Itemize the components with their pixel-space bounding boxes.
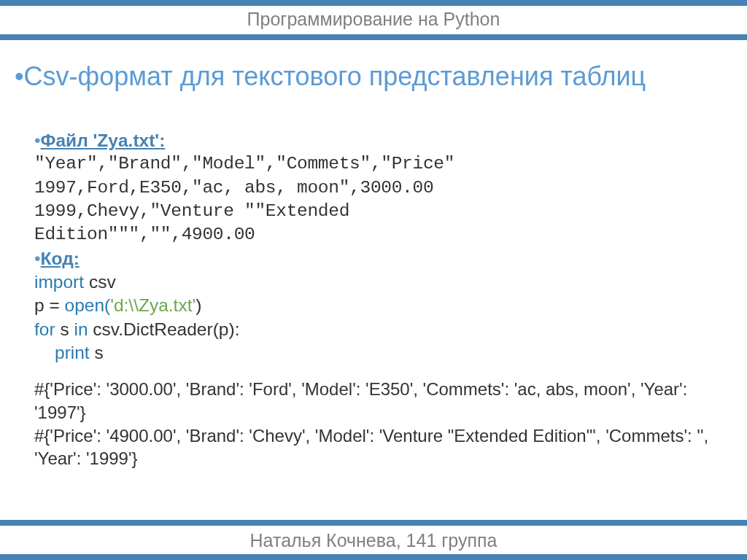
import-module: csv: [89, 272, 116, 292]
dictreader: csv.DictReader: [93, 319, 212, 339]
close-paren: ): [196, 295, 201, 315]
bottom-bar: [0, 554, 747, 560]
paren-open: (: [213, 319, 219, 339]
csv-content-line1: "Year","Brand","Model","Commets","Price": [34, 152, 725, 176]
output-line2: #{'Price': '4900.00', 'Brand': 'Chevy', …: [34, 424, 725, 470]
paren-close: ):: [228, 319, 239, 339]
csv-content-line3: 1999,Chevy,"Venture ""Extended: [34, 200, 725, 223]
print-arg: s: [94, 343, 103, 362]
dictreader-arg: p: [219, 319, 229, 339]
code-line-for: for s in csv.DictReader(p):: [34, 318, 725, 341]
file-bullet: •: [34, 131, 41, 150]
footer-text: Наталья Кочнева, 141 группа: [0, 530, 747, 551]
code-line-import: import csv: [34, 271, 725, 294]
csv-content-line4: Edition""","",4900.00: [34, 223, 725, 246]
footer-divider: [0, 520, 747, 526]
file-label: Файл 'Zya.txt':: [41, 131, 166, 150]
title-text: Csv-формат для текстового представления …: [24, 61, 646, 91]
header-title: Программирование на Python: [0, 9, 747, 30]
print-keyword: print: [55, 343, 94, 362]
title-bullet: •: [15, 61, 24, 91]
in-keyword: in: [74, 319, 93, 339]
code-label: Код:: [41, 249, 80, 268]
csv-content-line2: 1997,Ford,E350,"ac, abs, moon",3000.00: [34, 176, 725, 200]
content-area: •Файл 'Zya.txt': "Year","Brand","Model",…: [34, 129, 725, 470]
file-section: •Файл 'Zya.txt':: [34, 129, 725, 152]
code-bullet: •: [34, 249, 41, 268]
var-p: p =: [34, 295, 65, 315]
code-line-print: print s: [34, 341, 725, 365]
code-line-open: p = open('d:\\Zya.txt'): [34, 294, 725, 317]
slide-title: •Csv-формат для текстового представления…: [15, 62, 732, 91]
for-var: s: [55, 319, 74, 339]
open-fn: open(: [65, 295, 111, 315]
header-divider: [0, 34, 747, 40]
output-section: #{'Price': '3000.00', 'Brand': 'Ford', '…: [34, 378, 725, 470]
output-line1: #{'Price': '3000.00', 'Brand': 'Ford', '…: [34, 378, 725, 424]
top-bar: [0, 0, 747, 6]
code-section: •Код:: [34, 247, 725, 271]
open-arg: 'd:\\Zya.txt': [110, 295, 196, 315]
for-keyword: for: [34, 319, 55, 339]
import-keyword: import: [34, 272, 84, 292]
